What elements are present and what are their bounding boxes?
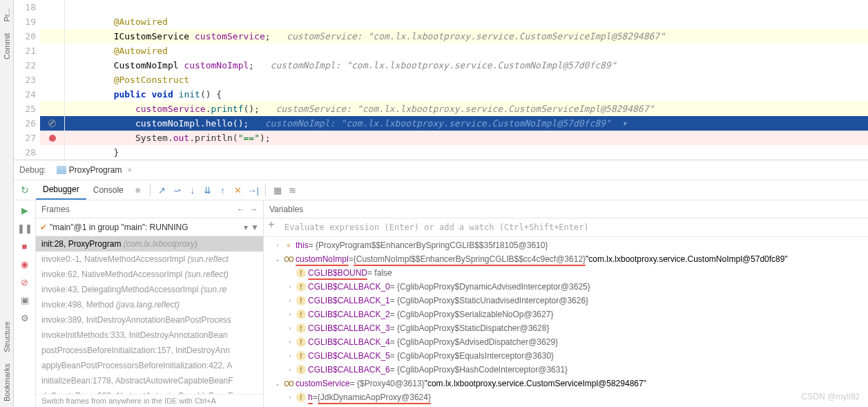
gutter[interactable] bbox=[40, 29, 65, 44]
variable-node[interactable]: fCGLIB$BOUND = false bbox=[267, 266, 865, 280]
frame-item[interactable]: invokeInitMethods:333, InitDestroyAnnota… bbox=[36, 328, 263, 343]
sidebar-tab-commit[interactable]: Commit bbox=[1, 28, 12, 65]
resume-icon[interactable]: ▶ bbox=[19, 205, 30, 216]
mute-breakpoints-icon[interactable]: ⊘ bbox=[19, 276, 30, 287]
run-to-cursor-icon[interactable]: →| bbox=[246, 182, 261, 198]
code-line[interactable]: 20 ICustomService customService; customS… bbox=[14, 29, 868, 44]
evaluate-expression-input[interactable]: Evaluate expression (Enter) or add a wat… bbox=[279, 218, 868, 236]
variable-node[interactable]: ›fh = {JdkDynamicAopProxy@3624} bbox=[267, 390, 865, 404]
variable-node[interactable]: ⌄OOcustomService = {$Proxy40@3613} "com.… bbox=[267, 377, 865, 390]
variable-node[interactable]: ›fCGLIB$CALLBACK_2 = {CglibAopProxy$Seri… bbox=[267, 307, 865, 321]
code-line[interactable]: 19 @Autowired bbox=[14, 15, 868, 29]
step-over-icon[interactable]: ⤻ bbox=[170, 182, 185, 198]
gutter[interactable] bbox=[40, 102, 65, 116]
gutter[interactable] bbox=[40, 58, 65, 73]
variable-node[interactable]: ›fCGLIB$CALLBACK_4 = {CglibAopProxy$Advi… bbox=[267, 335, 865, 349]
force-step-into-icon[interactable]: ⇊ bbox=[200, 182, 215, 198]
next-frame-icon[interactable]: → bbox=[249, 205, 258, 214]
frame-item[interactable]: invoke:43, DelegatingMethodAccessorImpl … bbox=[36, 282, 263, 297]
variable-node[interactable]: ›fCGLIB$CALLBACK_6 = {CglibAopProxy$Hash… bbox=[267, 363, 865, 377]
variable-node[interactable]: ›fCGLIB$CALLBACK_1 = {CglibAopProxy$Stat… bbox=[267, 294, 865, 307]
debug-label: Debug: bbox=[19, 165, 46, 175]
frame-item[interactable]: initializeBean:1778, AbstractAutowireCap… bbox=[36, 373, 263, 388]
gutter[interactable] bbox=[40, 145, 65, 160]
code-line[interactable]: 27 System.out.println("=="); bbox=[14, 131, 868, 145]
tool-window-bar[interactable]: Pr... Commit Structure Bookmarks bbox=[0, 0, 14, 407]
var-type-icon: f bbox=[296, 323, 306, 333]
close-icon[interactable]: × bbox=[127, 166, 131, 174]
expand-icon[interactable]: › bbox=[273, 242, 282, 249]
code-editor[interactable]: 1819 @Autowired20 ICustomService customS… bbox=[14, 0, 868, 160]
expand-icon[interactable]: › bbox=[286, 394, 294, 401]
step-out-icon[interactable]: ↑ bbox=[215, 182, 231, 198]
evaluate-icon[interactable]: ▦ bbox=[270, 182, 285, 198]
frame-item[interactable]: applyBeanPostProcessorsBeforeInitializat… bbox=[36, 358, 263, 373]
gutter[interactable] bbox=[40, 131, 65, 145]
dropdown-icon[interactable]: ▼ bbox=[251, 223, 259, 232]
frame-item[interactable]: init:28, ProxyProgram (com.lx.lxbootprox… bbox=[36, 236, 263, 252]
expand-icon[interactable]: › bbox=[286, 366, 294, 373]
rerun-icon[interactable]: ↻ bbox=[21, 184, 29, 196]
code-line[interactable]: 21 @Autowired bbox=[14, 44, 868, 58]
frame-item[interactable]: invoke:498, Method (java.lang.reflect) bbox=[36, 297, 263, 312]
frame-item[interactable]: invoke0:-1, NativeMethodAccessorImpl (su… bbox=[36, 252, 263, 267]
sidebar-tab-project[interactable]: Pr... bbox=[1, 3, 12, 28]
run-config-icon bbox=[57, 166, 66, 174]
gutter[interactable] bbox=[40, 87, 65, 102]
variable-node[interactable]: ›fCGLIB$CALLBACK_0 = {CglibAopProxy$Dyna… bbox=[267, 280, 865, 294]
expand-icon[interactable]: › bbox=[286, 297, 294, 304]
expand-icon[interactable]: ⌄ bbox=[273, 380, 282, 387]
gutter[interactable] bbox=[40, 73, 65, 87]
gutter[interactable] bbox=[40, 116, 65, 131]
threads-icon[interactable]: ≡ bbox=[131, 182, 146, 198]
frame-item[interactable]: invoke:62, NativeMethodAccessorImpl (sun… bbox=[36, 267, 263, 282]
prev-frame-icon[interactable]: ← bbox=[237, 205, 245, 214]
code-line[interactable]: 24 public void init() { bbox=[14, 87, 868, 102]
pause-icon[interactable]: ❚❚ bbox=[19, 223, 30, 234]
variable-node[interactable]: ›fCGLIB$CALLBACK_5 = {CglibAopProxy$Equa… bbox=[267, 349, 865, 363]
code-line[interactable]: 28 } bbox=[14, 145, 868, 160]
tab-debugger[interactable]: Debugger bbox=[36, 180, 86, 200]
code-line[interactable]: 18 bbox=[14, 0, 868, 15]
expand-icon[interactable]: ⌄ bbox=[273, 256, 282, 263]
code-line[interactable]: 25 customService.printf(); customService… bbox=[14, 102, 868, 116]
expand-icon[interactable]: › bbox=[286, 311, 294, 318]
variable-node[interactable]: ⌄OOcustomNoImpl = {CustomNoImpl$$Enhance… bbox=[267, 252, 865, 266]
code-line[interactable]: 22 CustomNoImpl customNoImpl; customNoIm… bbox=[14, 58, 868, 73]
step-into-icon[interactable]: ↓ bbox=[185, 182, 200, 198]
expand-icon[interactable]: › bbox=[286, 339, 294, 346]
var-type-icon: ≡ bbox=[284, 240, 293, 250]
frame-item[interactable]: doCreateBean:602, AbstractAutowireCapabl… bbox=[36, 388, 263, 394]
variables-tree[interactable]: ›≡this = {ProxyProgram$$EnhancerBySpring… bbox=[264, 237, 868, 407]
variable-node[interactable]: ›fCGLIB$CALLBACK_3 = {CglibAopProxy$Stat… bbox=[267, 321, 865, 335]
settings-icon[interactable]: ⚙ bbox=[19, 312, 30, 323]
trace-icon[interactable]: ≋ bbox=[285, 182, 300, 198]
frames-list[interactable]: init:28, ProxyProgram (com.lx.lxbootprox… bbox=[36, 236, 263, 394]
filter-icon[interactable]: ▾ bbox=[244, 223, 248, 232]
breakpoint-icon[interactable] bbox=[49, 135, 56, 142]
expand-icon[interactable]: › bbox=[286, 352, 294, 359]
frame-item[interactable]: postProcessBeforeInitialization:157, Ini… bbox=[36, 343, 263, 358]
variable-node[interactable]: ›≡this = {ProxyProgram$$EnhancerBySpring… bbox=[267, 238, 865, 252]
line-number: 26 bbox=[14, 116, 40, 131]
new-watch-icon[interactable]: + bbox=[264, 218, 279, 236]
gutter[interactable] bbox=[40, 15, 65, 29]
expand-icon[interactable]: › bbox=[286, 283, 294, 290]
code-line[interactable]: 23 @PostConstruct bbox=[14, 73, 868, 87]
gutter[interactable] bbox=[40, 0, 65, 15]
show-execution-point-icon[interactable]: ↗ bbox=[155, 182, 170, 198]
tab-console[interactable]: Console bbox=[86, 181, 131, 199]
code-line[interactable]: 26 customNoImpl.hello(); customNoImpl: "… bbox=[14, 116, 868, 131]
sidebar-tab-bookmarks[interactable]: Bookmarks bbox=[1, 358, 12, 407]
stop-icon[interactable]: ■ bbox=[19, 240, 30, 252]
var-type-icon: f bbox=[296, 392, 306, 402]
debug-session-tab[interactable]: ProxyProgram × bbox=[52, 163, 137, 177]
frame-item[interactable]: invoke:389, InitDestroyAnnotationBeanPos… bbox=[36, 312, 263, 328]
sidebar-tab-structure[interactable]: Structure bbox=[1, 316, 12, 358]
thread-selector[interactable]: ✔ "main"@1 in group "main": RUNNING ▾ ▼ bbox=[36, 218, 263, 236]
drop-frame-icon[interactable]: ✕ bbox=[231, 182, 246, 198]
view-breakpoints-icon[interactable]: ◉ bbox=[19, 258, 30, 269]
gutter[interactable] bbox=[40, 44, 65, 58]
get-thread-dump-icon[interactable]: ▣ bbox=[19, 294, 30, 305]
expand-icon[interactable]: › bbox=[286, 325, 294, 332]
